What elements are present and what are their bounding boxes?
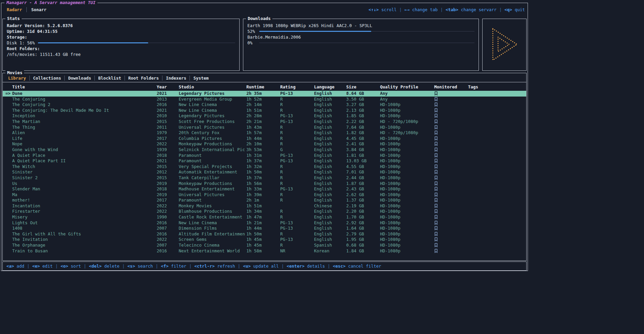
cell-language: English: [314, 197, 346, 203]
table-row[interactable]: => Incantation 2022 Monkey Movies 1h 51m…: [3, 203, 526, 209]
tab-item[interactable]: Blocklist: [94, 76, 125, 81]
servarr-tab[interactable]: Sonarr: [26, 7, 48, 12]
header-cell: Title: [12, 83, 157, 90]
cell-quality: HD-1080p: [380, 136, 434, 142]
tab-item[interactable]: Root Folders: [125, 76, 162, 81]
table-row[interactable]: => Gone with the Wind 1939 Selznick Inte…: [3, 147, 526, 153]
table-row[interactable]: => The Conjuring 2013 Evergreen Media Gr…: [3, 97, 526, 102]
cell-title: The Conjuring: [12, 97, 157, 102]
stat-uptime: Uptime:31d 04:31:55: [7, 28, 235, 34]
cell-runtime: 3h 53m: [246, 147, 280, 153]
cell-tags: [468, 197, 526, 203]
cell-language: English: [314, 237, 346, 243]
cell-quality: HD-1080p: [380, 197, 434, 203]
cell-runtime: 1h 50m: [246, 231, 280, 237]
cell-title: Gone with the Wind: [12, 147, 157, 153]
table-row[interactable]: => The Girl with All the Gifts 2016 Alti…: [3, 231, 526, 237]
table-row[interactable]: => Life 2017 Columbia Pictures 1h 44m R …: [3, 136, 526, 142]
table-row[interactable]: => Nope 2022 Monkeypaw Productions 2h 10…: [3, 141, 526, 147]
table-row[interactable]: => The Conjuring: The Devil Made Me Do I…: [3, 108, 526, 113]
cell-studio: Paramount: [179, 153, 246, 159]
tab-item[interactable]: Collections: [29, 76, 65, 81]
table-row[interactable]: => Misery 1990 Castle Rock Entertainment…: [3, 214, 526, 220]
cell-size: 13.03 GB: [346, 158, 380, 164]
table-row[interactable]: => Ma 2019 Universal Pictures 1h 39m R E…: [3, 192, 526, 198]
cell-runtime: 1h 51m: [246, 203, 280, 209]
cell-runtime: 1h 56m: [246, 181, 280, 187]
cell-rating: R: [280, 108, 314, 113]
cell-size: 3.84 GB: [346, 147, 380, 153]
table-row[interactable]: => Inception 2010 Legendary Pictures 2h …: [3, 113, 526, 119]
table-row[interactable]: => Us 2019 Monkeypaw Productions 1h 56m …: [3, 181, 526, 187]
cell-runtime: 1h 52m: [246, 97, 280, 102]
cell-year: 2015: [157, 175, 179, 181]
cell-studio: New Line Cinema: [179, 220, 246, 226]
help-item: <enter> details: [279, 264, 325, 269]
cell-size: 1.87 GB: [346, 181, 380, 187]
cell-rating: G: [280, 147, 314, 153]
cell-size: 4.45 GB: [346, 136, 380, 142]
cell-language: English: [314, 113, 346, 119]
download-gauge: [259, 40, 474, 46]
table-row[interactable]: => The Orphanage 2007 Telecinco Cinema 1…: [3, 243, 526, 248]
cell-title: Nope: [12, 141, 157, 147]
monitored-icon: [434, 203, 468, 209]
table-row[interactable]: => 1408 2007 Dimension Films 1h 44m PG-1…: [3, 226, 526, 231]
cell-quality: HD-1080p: [380, 141, 434, 147]
cell-studio: Castle Rock Entertainment: [179, 214, 246, 220]
table-row[interactable]: => Alien 1979 20th Century Fox 1h 57m R …: [3, 130, 526, 136]
table-row[interactable]: => Train to Busan 2016 Next Entertainmen…: [3, 248, 526, 254]
table-row[interactable]: => A Quiet Place Part II 2021 Paramount …: [3, 158, 526, 164]
download-percent: 52%: [247, 29, 256, 34]
monitored-icon: [434, 141, 468, 147]
cell-runtime: 1h 39m: [246, 192, 280, 198]
cell-language: English: [314, 97, 346, 102]
servarr-tab[interactable]: Radarr: [5, 7, 24, 12]
cell-size: 2.20 GB: [346, 209, 380, 214]
cell-size: 1.84 GB: [346, 248, 380, 254]
table-row[interactable]: => mother! 2017 Paramount 2h 1m R Englis…: [3, 197, 526, 203]
cell-studio: Tank Caterpillar: [179, 175, 246, 181]
table-row[interactable]: => Firestarter 2022 Blumhouse Production…: [3, 209, 526, 214]
cell-rating: R: [280, 130, 314, 136]
cell-tags: [468, 164, 526, 170]
tab-item[interactable]: System: [190, 76, 212, 81]
tab-item[interactable]: Library: [7, 76, 29, 81]
table-row[interactable]: => A Quiet Place 2018 Paramount 1h 31m P…: [3, 153, 526, 159]
cell-rating: PG-13: [280, 113, 314, 119]
cell-runtime: 1h 43m: [246, 125, 280, 130]
cell-runtime: 1h 47m: [246, 214, 280, 220]
cell-runtime: 1h 37m: [246, 175, 280, 181]
cell-tags: [468, 91, 526, 97]
table-row[interactable]: => Sinister 2012 Automatik Entertainment…: [3, 169, 526, 175]
managarr-play-logo-icon: [488, 26, 521, 64]
table-row[interactable]: => The Thing 2011 Universal Pictures 1h …: [3, 125, 526, 130]
table-row[interactable]: => The Martian 2015 Scott Free Productio…: [3, 119, 526, 125]
table-row[interactable]: => Lights Out 2016 New Line Cinema 1h 21…: [3, 220, 526, 226]
downloads-panel: Downloads Earth 1998 1080p WEBRip x265 H…: [243, 19, 479, 71]
monitored-icon: [434, 136, 468, 142]
table-row[interactable]: => Slender Man 2018 Madhouse Entertainme…: [3, 186, 526, 192]
tab-item[interactable]: Downloads: [64, 76, 94, 81]
cell-quality: HD-1080p: [380, 108, 434, 113]
cell-runtime: 1h 44m: [246, 136, 280, 142]
help-item: <tab> change servarr: [438, 7, 496, 12]
cell-size: 1.37 GB: [346, 197, 380, 203]
downloads-list: Earth 1998 1080p WEBRip x265 Hindi AAC2.…: [243, 19, 479, 46]
table-row[interactable]: => The Witch 2015 Very Special Projects …: [3, 164, 526, 170]
cell-quality: HD-1080p: [380, 209, 434, 214]
movies-table-body: => Dune 2021 Legendary Pictures 2h 35m P…: [3, 90, 526, 254]
table-row[interactable]: => Dune 2021 Legendary Pictures 2h 35m P…: [3, 91, 526, 97]
cell-quality: HD-1080p: [380, 175, 434, 181]
cell-year: 2017: [157, 197, 179, 203]
monitored-icon: [434, 153, 468, 159]
table-row[interactable]: => The Conjuring 2 2016 New Line Cinema …: [3, 102, 526, 108]
monitored-icon: [434, 231, 468, 237]
gauge-fill: [259, 31, 371, 32]
cell-studio: Scott Free Productions: [179, 119, 246, 125]
table-row[interactable]: => Sinister 2 2015 Tank Caterpillar 1h 3…: [3, 175, 526, 181]
table-row[interactable]: => The Invitation 2022 Screen Gems 1h 45…: [3, 237, 526, 243]
cell-year: 2012: [157, 169, 179, 175]
tab-item[interactable]: Indexers: [162, 76, 190, 81]
cell-size: 2.41 GB: [346, 141, 380, 147]
